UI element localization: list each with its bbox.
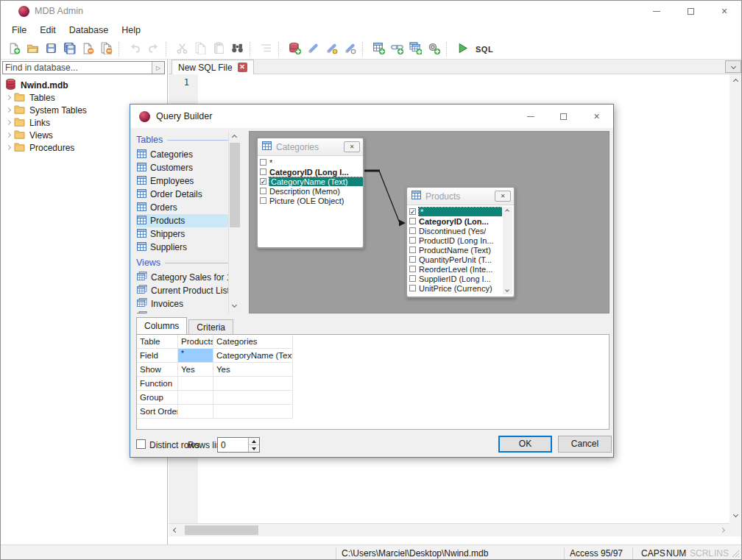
close-table-box-icon[interactable]: ✕	[495, 191, 511, 202]
chevron-right-icon[interactable]	[6, 107, 11, 113]
ok-button[interactable]: OK	[498, 436, 552, 453]
checkbox-icon[interactable]	[409, 275, 416, 282]
field-row-supplierid-long-i[interactable]: SupplierID (Long I...	[409, 274, 502, 283]
field-row-discontinued-yes[interactable]: Discontinued (Yes/	[409, 226, 502, 235]
checkbox-icon[interactable]	[409, 218, 416, 224]
maximize-button[interactable]	[674, 1, 707, 21]
format-sql-button[interactable]	[257, 40, 275, 58]
checkbox-icon[interactable]	[260, 197, 266, 204]
close-table-box-icon[interactable]: ✕	[344, 141, 360, 152]
scroll-up-icon[interactable]	[232, 135, 237, 140]
grid-tab-criteria[interactable]: Criteria	[188, 319, 233, 334]
scroll-up-icon[interactable]	[733, 79, 738, 84]
new-table-button[interactable]	[370, 40, 388, 58]
chevron-right-icon[interactable]	[6, 120, 11, 125]
table-list-item-customers[interactable]: Customers	[136, 161, 228, 174]
cut-button[interactable]	[173, 40, 191, 58]
field-row-reorderlevel-inte[interactable]: ReorderLevel (Inte...	[409, 264, 502, 274]
view-list-item-invoices[interactable]: Invoices	[136, 297, 228, 311]
grid-cell-field-categories[interactable]: CategoryName (Text)	[213, 349, 293, 363]
table-list-item-suppliers[interactable]: Suppliers	[136, 241, 228, 254]
scroll-down-icon[interactable]	[733, 512, 738, 517]
find-button[interactable]	[228, 40, 247, 58]
field-row-star[interactable]: *	[259, 157, 363, 167]
minimize-button[interactable]	[640, 1, 674, 21]
scroll-left-icon[interactable]	[173, 528, 178, 533]
view-list-item-category-sales-for-19[interactable]: Category Sales for 19	[136, 271, 228, 284]
dialog-close-button[interactable]: ×	[580, 104, 613, 128]
save-file-button[interactable]	[42, 40, 60, 58]
chevron-right-icon[interactable]	[6, 145, 11, 150]
grid-cell-sort-order-products[interactable]	[178, 405, 213, 419]
scroll-down-icon[interactable]	[505, 288, 509, 292]
field-row-categoryid-long-i[interactable]: CategoryID (Long I...	[259, 167, 363, 177]
spin-down-button[interactable]	[249, 444, 259, 452]
menu-database[interactable]: Database	[63, 23, 116, 38]
field-row-unitprice-currency[interactable]: UnitPrice (Currency)	[409, 283, 502, 293]
search-input[interactable]	[3, 63, 152, 73]
redo-button[interactable]	[144, 40, 163, 58]
table-list-item-employees[interactable]: Employees	[136, 174, 228, 188]
edit-data-button[interactable]	[304, 40, 322, 58]
field-row-star[interactable]: ✓*	[409, 207, 502, 216]
paste-button[interactable]	[210, 40, 228, 58]
scrollbar-thumb[interactable]	[230, 143, 240, 227]
editor-horizontal-scrollbar[interactable]	[169, 523, 729, 536]
editor-vertical-scrollbar[interactable]	[729, 74, 742, 523]
copy-button[interactable]	[191, 40, 210, 58]
checkbox-icon[interactable]	[409, 247, 416, 253]
table-box-header[interactable]: Categories✕	[258, 138, 363, 156]
scroll-right-icon[interactable]	[720, 528, 725, 533]
field-row-productid-long-in[interactable]: ProductID (Long In...	[409, 235, 502, 245]
grid-cell-group-products[interactable]	[178, 391, 213, 405]
grid-cell-sort-order-categories[interactable]	[213, 405, 293, 419]
run-sql-button[interactable]	[453, 40, 472, 58]
menu-file[interactable]: File	[5, 23, 33, 38]
grid-cell-field-products[interactable]: *	[178, 349, 213, 363]
checkbox-icon[interactable]	[260, 169, 266, 175]
grid-cell-group-categories[interactable]	[213, 391, 293, 405]
checkbox-icon[interactable]	[409, 227, 416, 234]
open-file-button[interactable]	[24, 40, 42, 58]
field-row-categoryname-text[interactable]: ✓CategoryName (Text)	[259, 177, 363, 186]
save-all-button[interactable]	[60, 40, 79, 58]
tab-new-sql-file[interactable]: New SQL File ✕	[172, 60, 254, 74]
scroll-up-icon[interactable]	[505, 209, 509, 213]
checkbox-icon[interactable]	[409, 285, 416, 291]
view-list-item-order-details-extended[interactable]: Order Details Extended	[136, 311, 228, 313]
field-row-description-memo[interactable]: Description (Memo)	[259, 186, 363, 196]
table-box-scrollbar[interactable]	[503, 207, 512, 294]
distinct-rows-checkbox[interactable]	[136, 439, 146, 449]
chevron-right-icon[interactable]	[6, 132, 11, 138]
table-list-item-categories[interactable]: Categories	[136, 148, 228, 161]
field-row-quantityperunit-t[interactable]: QuantityPerUnit (T...	[409, 255, 502, 264]
list-scrollbar[interactable]	[228, 131, 240, 313]
new-procedure-button[interactable]	[425, 40, 443, 58]
dialog-minimize-button[interactable]	[514, 104, 547, 128]
close-button[interactable]: ×	[707, 1, 741, 21]
checkbox-icon[interactable]	[260, 188, 266, 194]
table-box-categories[interactable]: Categories✕*CategoryID (Long I...✓Catego…	[256, 137, 364, 249]
table-list-item-products[interactable]: Products	[136, 214, 228, 227]
search-go-icon[interactable]: ▷	[152, 62, 164, 74]
checkbox-checked-icon[interactable]: ✓	[260, 178, 266, 185]
new-view-button[interactable]	[406, 40, 425, 58]
undo-button[interactable]	[126, 40, 144, 58]
table-box-products[interactable]: Products✕✓*CategoryID (Lon...Discontinue…	[406, 186, 515, 298]
scroll-down-icon[interactable]	[232, 302, 237, 308]
close-file-button[interactable]	[79, 40, 97, 58]
chevron-right-icon[interactable]	[6, 95, 11, 100]
spin-up-button[interactable]	[249, 438, 259, 444]
checkbox-icon[interactable]	[260, 159, 266, 166]
new-database-button[interactable]	[286, 40, 304, 58]
rows-limit-spinner[interactable]: 0	[217, 437, 260, 453]
new-link-button[interactable]	[388, 40, 406, 58]
table-list-item-order-details[interactable]: Order Details	[136, 188, 228, 201]
field-row-categoryid-lon[interactable]: CategoryID (Lon...	[409, 216, 502, 226]
checkbox-icon[interactable]	[409, 237, 416, 244]
grid-tab-columns[interactable]: Columns	[136, 317, 187, 334]
menu-edit[interactable]: Edit	[33, 23, 63, 38]
edit-structure-button[interactable]	[341, 40, 359, 58]
grid-cell-function-categories[interactable]	[213, 377, 293, 391]
menu-help[interactable]: Help	[115, 23, 147, 38]
